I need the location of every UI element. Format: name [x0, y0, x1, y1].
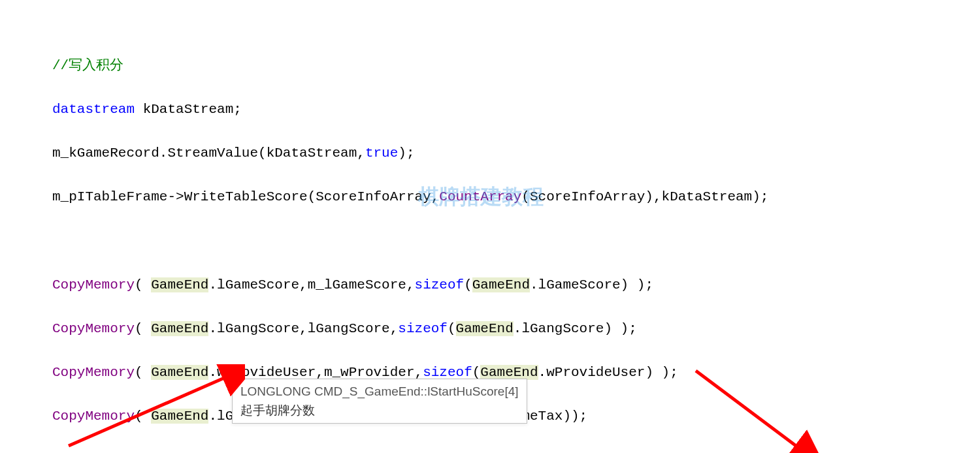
code-text: .wProvideUser,m_wProvider, [208, 365, 423, 380]
keyword-datastream: datastream [52, 102, 135, 117]
func-copymemory: CopyMemory [52, 321, 135, 336]
code-text: ( [464, 277, 472, 292]
func-copymemory: CopyMemory [52, 365, 135, 380]
code-text: (ScoreInfoArray),kDataStream); [521, 189, 768, 204]
code-text: kDataStream; [135, 102, 242, 117]
func-copymemory: CopyMemory [52, 277, 135, 292]
code-text: m_pITableFrame->WriteTableScore(ScoreInf… [52, 189, 439, 204]
code-text: ( [135, 277, 151, 292]
code-text: .lGangScore) ); [514, 321, 637, 336]
hl-gameend: GameEnd [456, 321, 514, 336]
code-text: ( [135, 365, 151, 380]
code-text: .lGameScore,m_lGameScore, [208, 277, 414, 292]
comment-line: //写入积分 [52, 58, 123, 73]
hl-gameend: GameEnd [472, 277, 530, 292]
keyword-sizeof: sizeof [398, 321, 448, 336]
func-copymemory: CopyMemory [52, 409, 135, 424]
tooltip-description: 起手胡牌分数 [240, 401, 519, 420]
code-text: ( [135, 409, 151, 424]
code-text: .lGameScore) ); [530, 277, 653, 292]
keyword-sizeof: sizeof [423, 365, 472, 380]
code-text: ( [135, 321, 151, 336]
func-countarray: CountArray [439, 189, 521, 204]
hl-gameend: GameEnd [151, 409, 208, 424]
intellisense-tooltip: LONGLONG CMD_S_GameEnd::lStartHuScore[4]… [232, 379, 527, 424]
code-text: ( [472, 365, 481, 380]
hl-gameend: GameEnd [480, 365, 538, 380]
code-text: m_kGameRecord.StreamValue(kDataStream, [52, 146, 365, 161]
hl-gameend: GameEnd [151, 277, 208, 292]
hl-gameend: GameEnd [151, 365, 208, 380]
code-text: ); [398, 146, 414, 161]
keyword-sizeof: sizeof [415, 277, 465, 292]
code-text: ( [448, 321, 456, 336]
tooltip-signature: LONGLONG CMD_S_GameEnd::lStartHuScore[4] [240, 383, 519, 401]
keyword-true: true [365, 146, 398, 161]
code-text: .wProvideUser) ); [538, 365, 678, 380]
code-text: .lGangScore,lGangScore, [208, 321, 398, 336]
hl-gameend: GameEnd [151, 321, 208, 336]
